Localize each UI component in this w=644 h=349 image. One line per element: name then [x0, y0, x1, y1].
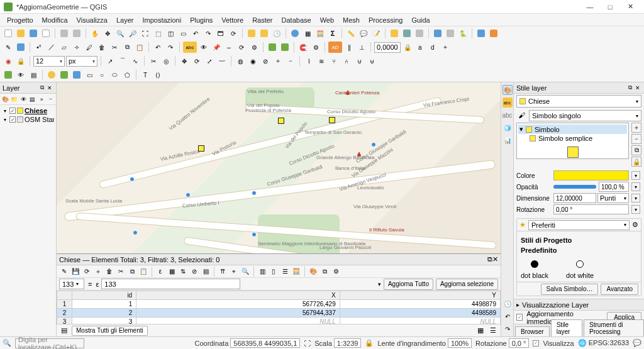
messages-button[interactable]: 💬 [633, 339, 641, 347]
add-line-button[interactable]: ／ [46, 42, 57, 53]
merge-button[interactable]: ⊍ [353, 55, 365, 67]
save-edits-button[interactable] [15, 42, 26, 53]
plugin-a-button[interactable] [488, 28, 499, 39]
cut-button[interactable]: ✂ [109, 42, 120, 53]
label-eye-button[interactable]: 👁 [198, 42, 209, 53]
delete-selected-button[interactable]: 🗑 [96, 42, 108, 53]
select-by-value-button[interactable] [401, 28, 413, 39]
fav-combo[interactable]: Preferiti [528, 220, 630, 230]
show-labels-button[interactable] [267, 42, 278, 53]
new-map-view-button[interactable]: 🗔 [215, 28, 226, 39]
fill-ring-button[interactable]: ◉ [247, 55, 258, 67]
delete-ring-button[interactable]: ⊘ [260, 55, 271, 67]
layer-filter-button[interactable]: ▤ [28, 69, 39, 80]
copy-button[interactable]: ⧉ [121, 42, 133, 53]
split-button[interactable]: ⑂ [328, 55, 340, 67]
style-dot-white[interactable]: dot white [566, 260, 594, 279]
menu-impostazioni[interactable]: Impostazioni [138, 15, 186, 25]
style-layer-combo[interactable]: Chiese [516, 95, 641, 108]
layer-row-osm[interactable]: ▾ ✓ OSM Standard [2, 115, 54, 124]
menu-layer[interactable]: Layer [112, 15, 138, 25]
coord-plus-button[interactable]: ＋ [440, 42, 451, 53]
pan-button[interactable]: ✋ [89, 28, 101, 39]
dsm-button[interactable] [432, 28, 443, 39]
layer-row-chiese[interactable]: ▾ ✓ Chiese [2, 106, 54, 115]
refresh-button[interactable]: ⟳ [228, 28, 239, 39]
size-input[interactable] [553, 193, 596, 203]
deselect-button[interactable]: ⊘ [189, 267, 199, 277]
crs-button[interactable]: 🌐 EPSG:32633 [578, 339, 629, 347]
annotation-button[interactable]: 📝 [370, 28, 382, 39]
delete-part-button[interactable]: － [285, 55, 296, 67]
edit-toggle-button[interactable]: ✎ [3, 42, 14, 53]
live-update-checkbox[interactable]: ✓ [516, 314, 523, 321]
style-manager-button[interactable] [71, 28, 82, 39]
measure-line-button[interactable]: 📏 [345, 28, 357, 39]
tab-style-layer[interactable]: Stile layer [551, 319, 582, 336]
menu-database[interactable]: Database [277, 15, 316, 25]
window-maximize[interactable]: □ [600, 1, 620, 13]
show-bookmarks-button[interactable] [258, 28, 270, 39]
feature-marker[interactable] [329, 117, 335, 123]
scale-value[interactable]: 1:3239 [334, 338, 362, 348]
shape-rect-button[interactable]: ▭ [84, 69, 95, 80]
invert-sel-button[interactable]: ⇅ [178, 267, 188, 277]
menu-web[interactable]: Web [316, 15, 338, 25]
zoom-selection-button[interactable]: ◫ [165, 28, 176, 39]
reshape-button[interactable]: ⌇ [303, 55, 314, 67]
move-top-button[interactable]: ⇈ [218, 267, 228, 277]
opacity-dd-button[interactable]: ▾ [631, 182, 640, 191]
copy-features-button[interactable]: ⧉ [127, 267, 137, 277]
open-attr-table-button[interactable]: ▦ [302, 28, 313, 39]
zoom-native-button[interactable]: ⛶ [140, 28, 151, 39]
offset-button[interactable]: ≋ [316, 55, 327, 67]
scale-lock-icon[interactable]: 🔒 [365, 339, 374, 347]
expand-icon[interactable]: ▾ [2, 108, 8, 114]
layers-panel-close[interactable]: ✕ [46, 84, 53, 92]
expand-icon[interactable]: ▾ [2, 117, 8, 123]
zoom-in-button[interactable]: 🔍 [114, 28, 126, 39]
layer-expand-button[interactable]: » [38, 95, 46, 104]
filter-sel-button[interactable]: ▤ [201, 267, 211, 277]
coord-lock-button[interactable]: 🔒 [402, 42, 413, 53]
view-button[interactable]: 👁 [15, 69, 26, 80]
undo-button[interactable]: ↶ [152, 42, 164, 53]
wms-button[interactable] [475, 28, 487, 39]
new-print-layout-button[interactable] [40, 28, 52, 39]
shape-ellipse-button[interactable]: ⬭ [109, 69, 120, 80]
table-row[interactable]: 2 2 567944,337 4498589 [57, 309, 501, 318]
layer-style-button[interactable]: 🎨 [1, 95, 9, 104]
coord-d-button[interactable]: d [427, 42, 438, 53]
grass-button[interactable] [3, 69, 14, 80]
rotation-dd-button[interactable]: ▾ [631, 205, 640, 214]
symbol-tree[interactable]: ▾ Simbolo Simbolo semplice [516, 123, 629, 159]
symbol-tree-child[interactable]: Simbolo semplice [518, 134, 627, 143]
shape-point-button[interactable] [46, 69, 57, 80]
label-rotate-button[interactable]: ⟳ [236, 42, 247, 53]
save-edits-button[interactable]: 💾 [70, 267, 80, 277]
simplify-button[interactable]: 〰 [216, 55, 228, 67]
field-calc-button[interactable]: 🧮 [314, 28, 326, 39]
menu-guida[interactable]: Guida [407, 15, 434, 25]
layer-checkbox[interactable]: ✓ [9, 108, 16, 114]
split-parts-button[interactable]: ⑃ [341, 55, 352, 67]
shape-regular-poly-button[interactable]: ⬠ [121, 69, 133, 80]
dock-button[interactable]: ⧉ [319, 267, 330, 277]
save-symbol-button[interactable]: Salva Simbolo… [541, 284, 599, 295]
actions-button[interactable]: ⚙ [331, 267, 341, 277]
remove-symbol-layer-button[interactable]: － [631, 134, 641, 144]
size-dd-button[interactable]: ▾ [631, 194, 640, 202]
html-annot-button[interactable]: ⟨⟩ [152, 69, 164, 80]
style-panel-float[interactable]: ⧉ [626, 84, 634, 92]
menu-vettore[interactable]: Vettore [217, 15, 248, 25]
snap-opts-button[interactable]: ⚙ [310, 42, 321, 53]
shape-line-button[interactable] [58, 69, 70, 80]
fav-opts-button[interactable]: ⚙ [632, 221, 638, 229]
attr-panel-close[interactable]: ✕ [492, 255, 498, 263]
coord-value[interactable]: 568395,8 4499035,1 [230, 338, 300, 348]
form-view-button2[interactable]: ☰ [488, 326, 498, 336]
color-swatch[interactable] [553, 170, 629, 180]
open-project-button[interactable] [15, 28, 26, 39]
trim-button[interactable]: ✂ [148, 55, 159, 67]
save-project-button[interactable] [28, 28, 39, 39]
